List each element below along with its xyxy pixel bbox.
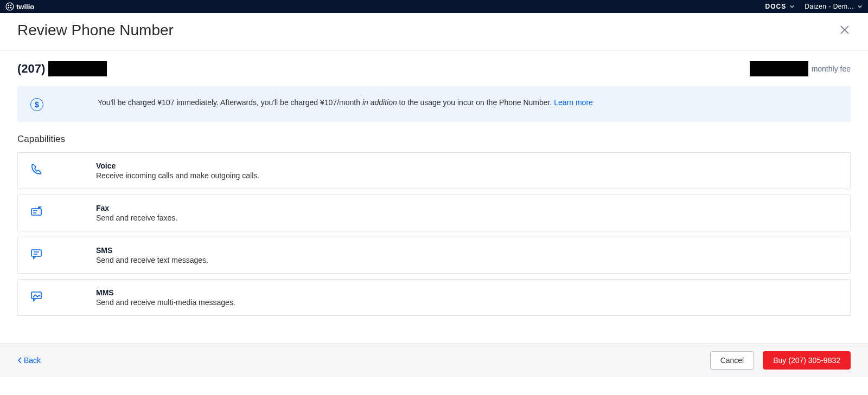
chevron-down-icon — [789, 4, 795, 9]
chevron-down-icon — [857, 4, 863, 9]
page-header: Review Phone Number — [0, 13, 868, 50]
monthly-fee-redacted — [750, 61, 808, 76]
phone-number-row: (207) monthly fee — [17, 61, 851, 76]
svg-rect-5 — [31, 209, 41, 215]
pricing-info-text: You'll be charged ¥107 immediately. Afte… — [98, 97, 593, 108]
mms-icon — [30, 289, 43, 302]
capability-title: MMS — [96, 288, 235, 297]
capability-desc: Send and receive multi-media messages. — [96, 298, 235, 307]
capability-fax: Fax Send and receive faxes. — [17, 195, 851, 231]
cancel-button[interactable]: Cancel — [710, 351, 755, 370]
svg-point-2 — [10, 5, 12, 7]
twilio-logo[interactable]: twilio — [5, 2, 34, 11]
back-link[interactable]: Back — [17, 356, 41, 365]
svg-point-3 — [8, 7, 10, 9]
close-button[interactable] — [839, 24, 851, 37]
brand-text: twilio — [16, 3, 34, 11]
topbar: twilio DOCS Daizen - Dem... — [0, 0, 868, 13]
capability-sms: SMS Send and receive text messages. — [17, 237, 851, 274]
phone-number-redacted — [48, 61, 107, 76]
capability-title: SMS — [96, 246, 208, 255]
svg-point-1 — [8, 5, 10, 7]
sms-icon — [30, 247, 43, 260]
capability-desc: Send and receive text messages. — [96, 256, 208, 264]
pricing-info-banner: $ You'll be charged ¥107 immediately. Af… — [17, 86, 851, 122]
svg-rect-6 — [31, 250, 41, 256]
capability-title: Fax — [96, 204, 177, 212]
buy-button[interactable]: Buy (207) 305-9832 — [763, 351, 851, 370]
close-icon — [839, 24, 851, 36]
svg-point-4 — [10, 7, 12, 9]
capability-mms: MMS Send and receive multi-media message… — [17, 279, 851, 316]
svg-point-0 — [6, 3, 14, 10]
account-menu[interactable]: Daizen - Dem... — [805, 3, 863, 10]
phone-area-code: (207) — [17, 62, 45, 76]
capabilities-heading: Capabilities — [17, 134, 851, 145]
chevron-left-icon — [17, 357, 23, 364]
capability-title: Voice — [96, 161, 259, 170]
dollar-icon: $ — [30, 98, 43, 111]
docs-label: DOCS — [765, 3, 786, 10]
docs-menu[interactable]: DOCS — [765, 3, 795, 10]
capability-desc: Receive incoming calls and make outgoing… — [96, 171, 259, 180]
capabilities-list: Voice Receive incoming calls and make ou… — [17, 152, 851, 316]
footer: Back Cancel Buy (207) 305-9832 — [0, 343, 868, 377]
capability-desc: Send and receive faxes. — [96, 213, 177, 222]
learn-more-link[interactable]: Learn more — [554, 98, 593, 107]
phone-icon — [30, 163, 43, 176]
fax-icon — [30, 205, 43, 218]
account-label: Daizen - Dem... — [805, 3, 854, 10]
capability-voice: Voice Receive incoming calls and make ou… — [17, 152, 851, 189]
page-title: Review Phone Number — [17, 22, 174, 39]
monthly-fee-label: monthly fee — [812, 64, 851, 73]
